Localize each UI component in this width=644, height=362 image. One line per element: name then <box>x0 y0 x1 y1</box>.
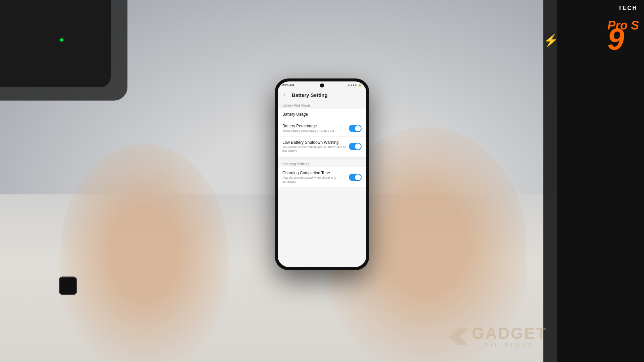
section-header-battery-power: Battery And Power <box>278 101 366 109</box>
battery-status-icon: 🔋 <box>358 84 362 87</box>
status-bar: 8:25 AM 🔋 <box>278 81 366 88</box>
green-indicator-light <box>60 39 63 41</box>
page-title: Battery Setting <box>292 92 328 98</box>
tech-brand-logo: TECH <box>618 3 637 12</box>
smartwatch <box>59 277 77 295</box>
phone-device: 8:25 AM 🔋 ← Battery Setting <box>275 79 369 270</box>
watermark-brand: GADGET <box>472 324 547 343</box>
settings-list: Battery And Power Battery Usage › Batter… <box>278 101 366 187</box>
low-battery-warning-text: Low Battery Shutdown Warning You will be… <box>282 140 349 153</box>
battery-percentage-title: Battery Percentage <box>282 124 349 128</box>
charging-tone-toggle[interactable] <box>349 174 362 181</box>
left-device-inner <box>0 0 111 87</box>
right-box-inner <box>557 0 644 362</box>
lightning-icon-1: ⚡ <box>543 34 558 48</box>
watermark: GADGET PILIPINAS <box>448 324 547 349</box>
signal-dot-2 <box>351 84 352 86</box>
battery-percentage-toggle[interactable] <box>349 125 362 132</box>
charging-tone-subtitle: Play the prompt sound when charging is c… <box>282 176 349 184</box>
phone-body: 8:25 AM 🔋 ← Battery Setting <box>275 79 369 270</box>
battery-percentage-item[interactable]: Battery Percentage Show battery percenta… <box>278 120 366 137</box>
watermark-sub: PILIPINAS <box>472 343 547 349</box>
battery-percentage-subtitle: Show battery percentage on status bar <box>282 129 349 133</box>
toggle-knob-2 <box>355 143 361 149</box>
toggle-knob-3 <box>355 174 361 180</box>
model-text: Pro S 9 <box>607 20 639 53</box>
camera-hole <box>320 83 324 87</box>
low-battery-warning-title: Low Battery Shutdown Warning <box>282 140 349 145</box>
charging-tone-item[interactable]: Charging Completion Tone Play the prompt… <box>278 167 366 187</box>
charging-tone-text: Charging Completion Tone Play the prompt… <box>282 171 349 184</box>
battery-usage-title: Battery Usage <box>282 112 360 117</box>
screen-content: ← Battery Setting Battery And Power Batt… <box>278 88 366 265</box>
section-header-charging: Charging Settings <box>278 160 366 167</box>
toggle-knob <box>355 125 361 131</box>
signal-dot-3 <box>353 84 354 86</box>
low-battery-warning-subtitle: You will be warned 30s before shutdown d… <box>282 145 349 153</box>
low-battery-warning-toggle[interactable] <box>349 143 362 150</box>
status-icons: 🔋 <box>348 84 362 87</box>
signal-dot-4 <box>355 84 357 86</box>
screen-header: ← Battery Setting <box>278 88 366 101</box>
section-divider <box>278 157 366 160</box>
battery-usage-text: Battery Usage <box>282 112 360 117</box>
battery-usage-chevron-icon: › <box>360 112 362 117</box>
battery-usage-item[interactable]: Battery Usage › <box>278 109 366 120</box>
watermark-chevron-icon <box>448 328 469 345</box>
left-hand <box>60 144 228 362</box>
charging-tone-title: Charging Completion Tone <box>282 171 349 175</box>
phone-screen: 8:25 AM 🔋 ← Battery Setting <box>278 81 366 267</box>
status-time: 8:25 AM <box>282 83 294 87</box>
battery-percentage-text: Battery Percentage Show battery percenta… <box>282 124 349 133</box>
signal-dot-1 <box>348 84 350 86</box>
back-button[interactable]: ← <box>282 92 289 98</box>
low-battery-warning-item[interactable]: Low Battery Shutdown Warning You will be… <box>278 137 366 157</box>
